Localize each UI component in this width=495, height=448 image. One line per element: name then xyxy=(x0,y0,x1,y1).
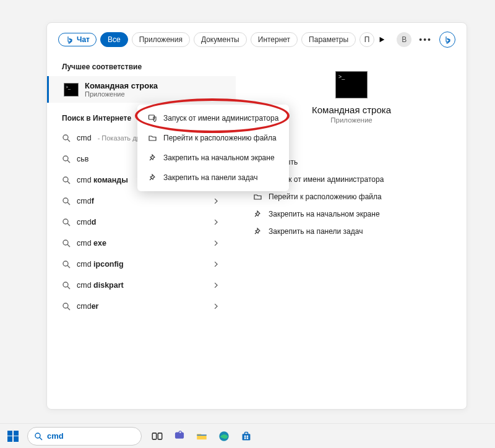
preview-action-label: Перейти к расположению файла xyxy=(269,192,382,201)
pin-start-icon xyxy=(148,153,157,162)
cmd-app-icon xyxy=(64,83,79,97)
preview-subtitle: Приложение xyxy=(330,116,372,124)
taskbar-store[interactable] xyxy=(239,429,253,443)
taskbar-search-value: cmd xyxy=(47,431,64,441)
play-icon xyxy=(378,36,385,43)
tabs-scroll-right[interactable] xyxy=(378,36,385,43)
chevron-right-icon xyxy=(213,281,220,290)
preview-action-label: Закрепить на начальном экране xyxy=(269,210,380,218)
tab-apps[interactable]: Приложения xyxy=(132,32,190,47)
mag-icon xyxy=(62,134,71,142)
mag-icon xyxy=(62,218,71,226)
context-menu-item[interactable]: Закрепить на начальном экране xyxy=(137,148,289,168)
web-suggestion[interactable]: cmdf xyxy=(47,191,231,212)
web-suggestion[interactable]: cmd diskpart xyxy=(47,275,231,296)
svg-rect-16 xyxy=(247,437,249,439)
chevron-right-icon xyxy=(213,197,220,205)
mag-icon xyxy=(62,197,71,205)
taskbar-search-box[interactable]: cmd xyxy=(27,427,142,446)
folder-icon xyxy=(253,192,262,201)
open-bing-button[interactable] xyxy=(439,32,455,48)
best-match-title: Командная строка xyxy=(85,81,158,90)
svg-rect-9 xyxy=(197,434,206,436)
context-menu: Запуск от имени администратораПерейти к … xyxy=(137,105,289,191)
search-results-window: Чат Все Приложения Документы Интернет Па… xyxy=(46,22,467,410)
context-menu-item-label: Закрепить на панели задач xyxy=(163,173,257,182)
mag-icon xyxy=(62,260,71,269)
user-avatar[interactable]: B xyxy=(397,32,411,47)
svg-rect-6 xyxy=(158,433,161,439)
pin-task-icon xyxy=(148,173,157,182)
web-suggestion-text: cmdd xyxy=(77,218,96,226)
svg-rect-12 xyxy=(244,432,248,434)
start-button[interactable] xyxy=(4,427,22,446)
taskbar-file-explorer[interactable] xyxy=(195,429,209,443)
context-menu-item[interactable]: Перейти к расположению файла xyxy=(137,128,289,148)
bing-icon xyxy=(443,35,452,44)
svg-point-8 xyxy=(179,431,181,433)
tab-all[interactable]: Все xyxy=(100,32,128,47)
web-suggestion-text: сьв xyxy=(77,155,88,163)
chevron-right-icon xyxy=(213,218,220,226)
filter-tabs-bar: Чат Все Приложения Документы Интернет Па… xyxy=(47,23,467,54)
web-suggestion-text: cmd xyxy=(77,134,92,142)
web-suggestion[interactable]: cmder xyxy=(47,296,231,317)
taskbar-chat[interactable] xyxy=(173,429,186,443)
best-match-subtitle: Приложение xyxy=(85,90,158,98)
pin-start-icon xyxy=(253,210,262,218)
chevron-right-icon xyxy=(213,302,220,311)
mag-icon xyxy=(62,302,71,311)
mag-icon xyxy=(62,239,71,248)
best-match-item[interactable]: Командная строка Приложение xyxy=(47,76,236,103)
preview-app-icon xyxy=(335,71,368,98)
taskbar-pinned-apps xyxy=(150,429,253,443)
mag-icon xyxy=(62,281,71,290)
preview-action-label: Закрепить на панели задач xyxy=(269,227,363,236)
shield-icon xyxy=(148,114,157,123)
tab-chat-label: Чат xyxy=(77,35,90,44)
overflow-menu-button[interactable]: ••• xyxy=(415,35,436,45)
best-match-heading: Лучшее соответствие xyxy=(47,56,236,76)
web-suggestion-text: cmder xyxy=(77,302,98,311)
svg-rect-15 xyxy=(244,437,246,439)
taskbar: cmd xyxy=(0,423,495,448)
tab-documents[interactable]: Документы xyxy=(194,32,247,47)
chevron-right-icon xyxy=(213,260,220,269)
preview-title: Командная строка xyxy=(312,105,391,115)
tab-chat[interactable]: Чат xyxy=(58,33,97,46)
windows-logo-icon xyxy=(7,431,19,442)
tab-internet[interactable]: Интернет xyxy=(251,32,298,47)
preview-action[interactable]: Закрепить на начальном экране xyxy=(250,205,453,223)
tab-more-truncated[interactable]: П xyxy=(359,32,374,47)
web-suggestion-text: cmdf xyxy=(77,197,94,205)
folder-icon xyxy=(148,134,157,142)
mag-icon xyxy=(62,176,71,184)
context-menu-item[interactable]: Запуск от имени администратора xyxy=(137,108,289,128)
web-suggestion-text: cmd exe xyxy=(77,239,106,248)
pin-task-icon xyxy=(253,227,262,236)
svg-rect-5 xyxy=(152,433,156,439)
taskbar-edge[interactable] xyxy=(217,429,231,443)
taskbar-task-view[interactable] xyxy=(150,429,164,443)
web-suggestion[interactable]: cmd ipconfig xyxy=(47,254,231,275)
web-suggestion-text: cmd ipconfig xyxy=(77,260,124,269)
context-menu-item-label: Запуск от имени администратора xyxy=(163,114,278,123)
svg-rect-14 xyxy=(247,435,249,437)
context-menu-item[interactable]: Закрепить на панели задач xyxy=(137,168,289,187)
search-icon xyxy=(34,432,43,441)
context-menu-item-label: Перейти к расположению файла xyxy=(163,134,277,142)
chevron-right-icon xyxy=(213,239,220,248)
tab-settings[interactable]: Параметры xyxy=(301,32,356,47)
web-suggestion-text: cmd команды xyxy=(77,176,128,184)
preview-action[interactable]: Закрепить на панели задач xyxy=(250,223,453,240)
bing-chat-icon xyxy=(65,35,74,44)
web-suggestion-text: cmd diskpart xyxy=(77,281,124,290)
context-menu-item-label: Закрепить на начальном экране xyxy=(163,153,275,162)
web-suggestion[interactable]: cmdd xyxy=(47,212,231,233)
web-suggestion[interactable]: cmd exe xyxy=(47,233,231,254)
svg-rect-13 xyxy=(244,435,246,437)
mag-icon xyxy=(62,155,71,163)
